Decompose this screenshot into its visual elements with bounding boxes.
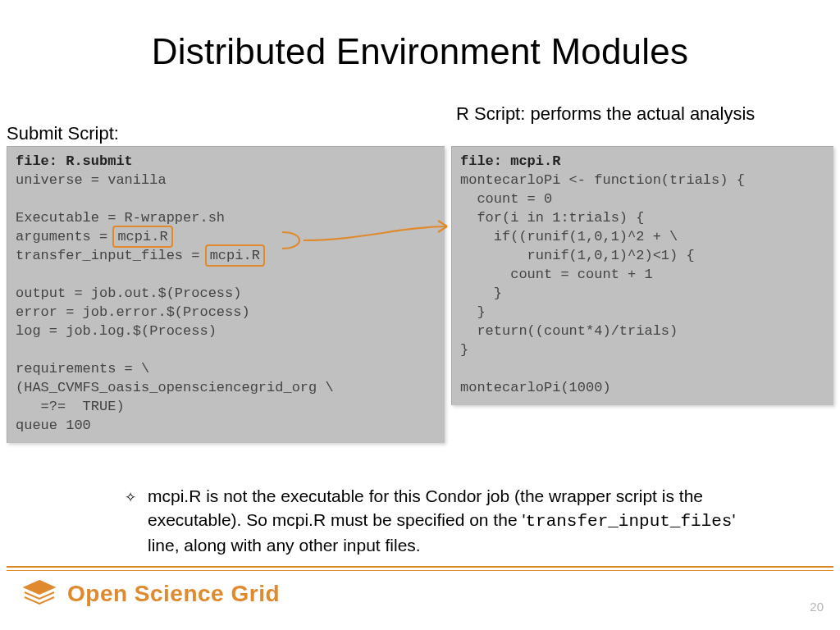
footnote-mono: transfer_input_files <box>525 512 732 531</box>
code-line: Executable = R-wrapper.sh <box>16 210 225 226</box>
code-line: return((count*4)/trials) <box>460 323 678 339</box>
code-line: } <box>460 304 486 320</box>
footer-divider <box>7 566 833 573</box>
code-line: for(i in 1:trials) { <box>460 210 644 226</box>
code-line: } <box>460 285 502 301</box>
code-line: runif(1,0,1)^2)<1) { <box>460 248 695 263</box>
code-line: universe = vanilla <box>16 172 167 188</box>
brand-logo-icon <box>21 579 57 609</box>
brand: Open Science Grid <box>21 579 280 609</box>
code-line: =?= TRUE) <box>16 399 125 414</box>
code-line: transfer_input_files = <box>16 248 208 263</box>
code-line: count = 0 <box>460 191 552 207</box>
slide: Distributed Environment Modules Submit S… <box>0 0 840 630</box>
code-line: error = job.error.$(Process) <box>16 304 250 320</box>
code-line: montecarloPi <- function(trials) { <box>460 172 745 188</box>
slide-title: Distributed Environment Modules <box>0 31 840 72</box>
code-line: requirements = \ <box>16 361 149 377</box>
code-line: montecarloPi(1000) <box>460 380 611 395</box>
code-line: count = count + 1 <box>460 267 653 282</box>
code-line: log = job.log.$(Process) <box>16 323 217 339</box>
file-header-right: file: mcpi.R <box>460 153 560 169</box>
code-line: } <box>460 342 468 358</box>
brand-text: Open Science Grid <box>67 581 280 607</box>
diamond-bullet-icon: ✧ <box>125 486 136 509</box>
label-submit-script: Submit Script: <box>7 123 119 144</box>
code-box-rscript: file: mcpi.R montecarloPi <- function(tr… <box>451 146 833 405</box>
code-line: (HAS_CVMFS_oasis_opensciencegrid_org \ <box>16 380 334 395</box>
footnote: ✧ mcpi.R is not the executable for this … <box>148 484 738 557</box>
highlight-transfer-mcpi: mcpi.R <box>205 244 265 267</box>
page-number: 20 <box>810 600 824 614</box>
code-line: if((runif(1,0,1)^2 + \ <box>460 229 678 244</box>
code-box-submit: file: R.submit universe = vanilla Execut… <box>7 146 445 443</box>
file-header-left: file: R.submit <box>16 153 133 169</box>
label-r-script: R Script: performs the actual analysis <box>456 103 755 125</box>
code-line: output = job.out.$(Process) <box>16 285 241 301</box>
highlight-arguments-mcpi: mcpi.R <box>112 226 172 248</box>
code-line: arguments = <box>16 229 116 244</box>
code-line: queue 100 <box>16 418 91 433</box>
